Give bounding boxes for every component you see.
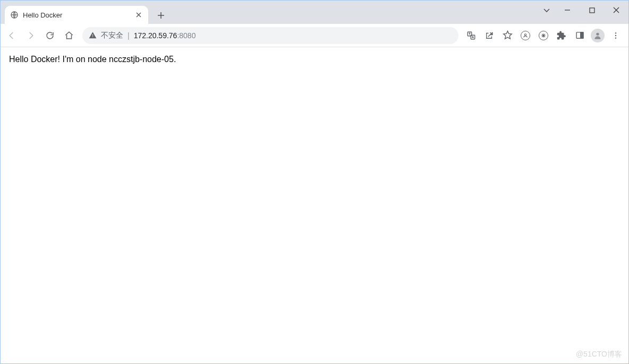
menu-button[interactable] xyxy=(607,27,624,44)
translate-icon[interactable] xyxy=(463,27,480,44)
svg-point-10 xyxy=(615,37,616,38)
address-bar[interactable]: 不安全 | 172.20.59.76:8080 xyxy=(82,27,458,44)
extension-user-icon[interactable] xyxy=(517,27,534,44)
svg-rect-1 xyxy=(590,8,594,13)
svg-point-7 xyxy=(596,32,599,35)
separator: | xyxy=(128,31,130,40)
tab-title: Hello Docker xyxy=(23,11,130,19)
url-port: :8080 xyxy=(177,31,196,40)
browser-window: Hello Docker xyxy=(1,1,628,363)
globe-icon xyxy=(10,11,19,19)
watermark: @51CTO博客 xyxy=(576,350,622,359)
minimize-button[interactable] xyxy=(555,1,580,20)
url-host: 172.20.59.76 xyxy=(134,31,177,40)
extension-asterisk-icon[interactable] xyxy=(535,27,552,44)
chevron-down-icon[interactable] xyxy=(538,6,555,14)
window-controls xyxy=(538,1,628,20)
toolbar: 不安全 | 172.20.59.76:8080 xyxy=(1,24,628,47)
warning-icon xyxy=(89,31,97,39)
url-text: 172.20.59.76:8080 xyxy=(134,31,196,40)
back-button[interactable] xyxy=(3,27,21,45)
share-icon[interactable] xyxy=(481,27,498,44)
maximize-button[interactable] xyxy=(580,1,604,20)
forward-button[interactable] xyxy=(22,27,40,45)
close-window-button[interactable] xyxy=(604,1,628,20)
reload-button[interactable] xyxy=(41,27,59,45)
side-panel-icon[interactable] xyxy=(571,27,588,44)
body-text: Hello Docker! I'm on node ncczstjb-node-… xyxy=(9,55,620,64)
svg-point-8 xyxy=(615,32,616,33)
extensions-icon[interactable] xyxy=(553,27,570,44)
close-icon[interactable] xyxy=(134,11,143,19)
security-label: 不安全 xyxy=(101,31,123,40)
tab-active[interactable]: Hello Docker xyxy=(5,6,148,24)
new-tab-button[interactable] xyxy=(154,8,168,23)
tab-strip: Hello Docker xyxy=(1,1,628,24)
toolbar-right xyxy=(463,27,626,44)
page-content: Hello Docker! I'm on node ncczstjb-node-… xyxy=(1,47,628,363)
home-button[interactable] xyxy=(60,27,78,45)
svg-point-4 xyxy=(524,33,526,35)
svg-point-9 xyxy=(615,34,616,36)
avatar xyxy=(591,29,605,42)
bookmark-icon[interactable] xyxy=(499,27,516,44)
svg-rect-6 xyxy=(580,32,583,38)
profile-button[interactable] xyxy=(589,27,606,44)
